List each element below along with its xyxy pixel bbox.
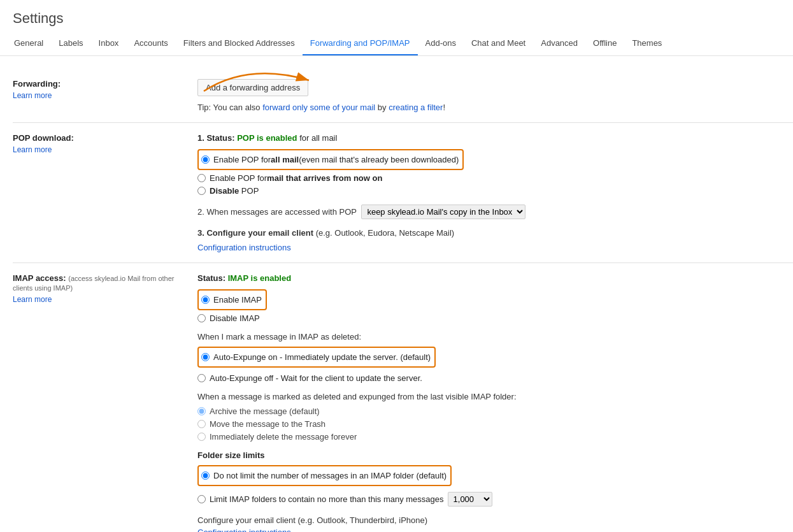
pop-status-suffix: for all mail xyxy=(297,133,338,143)
auto-expunge-off-radio[interactable] xyxy=(197,374,206,382)
pop-radio-all-mail-input[interactable] xyxy=(201,155,210,164)
pop-radio-from-now-label[interactable]: Enable POP for mail that arrives from no… xyxy=(197,173,382,183)
forwarding-learn-more[interactable]: Learn more xyxy=(13,91,185,100)
imap-disable-option: Disable IMAP xyxy=(197,313,793,323)
imap-enable-text: Enable IMAP xyxy=(213,295,262,305)
forward-some-mail-link[interactable]: forward only some of your mail xyxy=(262,103,375,112)
imap-configure-line: Configure your email client (e.g. Outloo… xyxy=(197,515,793,525)
auto-expunge-off-text: Auto-Expunge off - Wait for the client t… xyxy=(210,373,422,383)
pop-title: POP download: xyxy=(13,133,74,143)
forwarding-title: Forwarding: xyxy=(13,79,61,89)
imap-disable-radio[interactable] xyxy=(197,314,206,322)
forwarding-tip: Tip: You can also forward only some of y… xyxy=(197,103,793,112)
no-limit-radio[interactable] xyxy=(201,471,210,480)
no-limit-highlighted: Do not limit the number of messages in a… xyxy=(197,465,452,486)
tab-accounts[interactable]: Accounts xyxy=(126,32,175,56)
imap-enable-highlighted: Enable IMAP xyxy=(197,289,267,310)
nav-tabs: General Labels Inbox Accounts Filters an… xyxy=(0,32,793,56)
imap-learn-more[interactable]: Learn more xyxy=(13,295,185,304)
pop-when-dropdown[interactable]: keep skylead.io Mail's copy in the Inbox… xyxy=(361,205,525,219)
pop-radio-from-now-input[interactable] xyxy=(197,174,206,182)
tab-forwarding[interactable]: Forwarding and POP/IMAP xyxy=(303,32,418,56)
imap-config-link[interactable]: Configuration instructions xyxy=(197,528,291,532)
imap-delete-forever-radio[interactable] xyxy=(197,433,206,441)
tab-inbox[interactable]: Inbox xyxy=(91,32,127,56)
pop-radio-disable-input[interactable] xyxy=(197,187,206,195)
imap-trash-radio[interactable] xyxy=(197,420,206,428)
page-title: Settings xyxy=(0,0,793,32)
imap-folder-size: Folder size limits Do not limit the numb… xyxy=(197,450,793,507)
imap-label-area: IMAP access: (access skylead.io Mail fro… xyxy=(13,273,197,532)
imap-archive-label[interactable]: Archive the message (default) xyxy=(197,406,320,416)
pop-radio-disable: Disable POP xyxy=(197,186,793,196)
imap-archive-radio[interactable] xyxy=(197,407,206,415)
imap-status-label: Status: xyxy=(197,273,228,283)
tab-themes[interactable]: Themes xyxy=(624,32,669,56)
tab-advanced[interactable]: Advanced xyxy=(533,32,585,56)
imap-when-deleted-title: When I mark a message in IMAP as deleted… xyxy=(197,332,793,341)
imap-when-deleted: When I mark a message in IMAP as deleted… xyxy=(197,332,793,383)
limit-radio[interactable] xyxy=(197,495,206,503)
imap-trash-label[interactable]: Move the message to the Trash xyxy=(197,419,325,429)
imap-archive-text: Archive the message (default) xyxy=(210,406,320,416)
imap-status-line: Status: IMAP is enabled xyxy=(197,273,793,283)
tab-general[interactable]: General xyxy=(6,32,51,56)
forwarding-section: Forwarding: Learn more Add a forwarding … xyxy=(13,69,793,123)
add-forwarding-address-button[interactable]: Add a forwarding address xyxy=(197,79,308,96)
imap-enable-radio[interactable] xyxy=(201,296,210,304)
pop-option1-highlighted: Enable POP for all mail (even mail that'… xyxy=(197,149,464,170)
pop-option1-post: (even mail that's already been downloade… xyxy=(299,155,459,164)
imap-title: IMAP access: xyxy=(13,273,66,283)
imap-content: Status: IMAP is enabled Enable IMAP Disa… xyxy=(197,273,793,532)
auto-expunge-on-radio[interactable] xyxy=(201,353,210,361)
auto-expunge-on-text: Auto-Expunge on - Immediately update the… xyxy=(213,352,431,362)
imap-when-expunged-title: When a message is marked as deleted and … xyxy=(197,392,793,401)
imap-archive-option: Archive the message (default) xyxy=(197,406,793,416)
imap-delete-forever-label[interactable]: Immediately delete the message forever xyxy=(197,432,357,442)
settings-body: Forwarding: Learn more Add a forwarding … xyxy=(0,56,793,532)
auto-expunge-on-highlighted: Auto-Expunge on - Immediately update the… xyxy=(197,347,436,368)
tab-labels[interactable]: Labels xyxy=(51,32,90,56)
imap-disable-label[interactable]: Disable IMAP xyxy=(197,313,260,323)
creating-filter-link[interactable]: creating a filter xyxy=(389,103,443,112)
imap-trash-option: Move the message to the Trash xyxy=(197,419,793,429)
tip-suffix: ! xyxy=(443,103,445,112)
limit-dropdown[interactable]: 1,0002,0005,00010,000 xyxy=(448,492,492,507)
limit-option-label[interactable]: Limit IMAP folders to contain no more th… xyxy=(197,492,492,507)
auto-expunge-on-label[interactable]: Auto-Expunge on - Immediately update the… xyxy=(201,352,431,362)
imap-section: IMAP access: (access skylead.io Mail fro… xyxy=(13,263,793,532)
pop-config-label-post: (e.g. Outlook, Eudora, Netscape Mail) xyxy=(316,228,455,238)
forwarding-label-area: Forwarding: Learn more xyxy=(13,79,197,112)
auto-expunge-off-label[interactable]: Auto-Expunge off - Wait for the client t… xyxy=(197,373,422,383)
pop-option1-pre: Enable POP for xyxy=(213,155,271,164)
pop-configure-title: 3. Configure your email client (e.g. Out… xyxy=(197,228,793,238)
limit-option-pre: Limit IMAP folders to contain no more th… xyxy=(210,494,444,504)
imap-status-enabled: IMAP is enabled xyxy=(228,273,291,283)
pop-learn-more[interactable]: Learn more xyxy=(13,145,185,154)
imap-delete-forever-text: Immediately delete the message forever xyxy=(210,432,357,442)
tip-prefix: Tip: You can also xyxy=(197,103,262,112)
pop-status-line: 1. Status: POP is enabled for all mail xyxy=(197,133,793,143)
pop-radio-from-now: Enable POP for mail that arrives from no… xyxy=(197,173,793,183)
folder-size-title: Folder size limits xyxy=(197,450,793,460)
imap-configure: Configure your email client (e.g. Outloo… xyxy=(197,515,793,532)
forwarding-content: Add a forwarding address Tip: You can al… xyxy=(197,79,793,112)
pop-config-label-pre: 3. Configure your email client xyxy=(197,228,316,238)
pop-content: 1. Status: POP is enabled for all mail E… xyxy=(197,133,793,252)
tab-chat[interactable]: Chat and Meet xyxy=(464,32,533,56)
pop-configure: 3. Configure your email client (e.g. Out… xyxy=(197,228,793,252)
pop-radio-all-mail[interactable]: Enable POP for all mail (even mail that'… xyxy=(201,155,459,164)
pop-status-enabled: POP is enabled xyxy=(237,133,297,143)
pop-config-instructions-link[interactable]: Configuration instructions xyxy=(197,243,291,252)
tab-filters[interactable]: Filters and Blocked Addresses xyxy=(176,32,303,56)
pop-option2-bold: mail that arrives from now on xyxy=(267,173,382,183)
imap-config-pre: Configure your email client xyxy=(197,515,298,525)
pop-label-area: POP download: Learn more xyxy=(13,133,197,252)
no-limit-label[interactable]: Do not limit the number of messages in a… xyxy=(201,471,447,480)
pop-radio-disable-label[interactable]: Disable POP xyxy=(197,186,259,196)
tab-addons[interactable]: Add-ons xyxy=(418,32,464,56)
pop-option3-text: Disable POP xyxy=(210,186,259,196)
tab-offline[interactable]: Offline xyxy=(585,32,624,56)
imap-delete-forever-option: Immediately delete the message forever xyxy=(197,432,793,442)
imap-enable-label[interactable]: Enable IMAP xyxy=(201,295,262,305)
